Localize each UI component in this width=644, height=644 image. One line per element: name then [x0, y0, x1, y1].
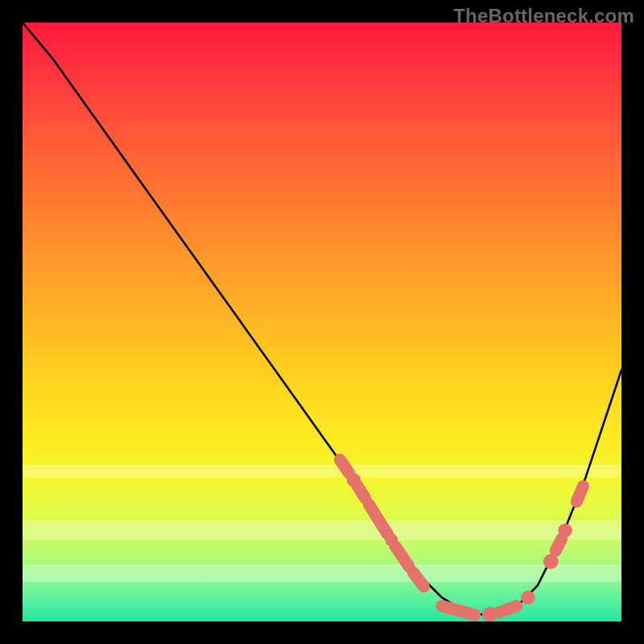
bottleneck-curve — [23, 23, 621, 616]
marker-dot — [521, 591, 535, 605]
marker-dot — [558, 523, 572, 537]
watermark-text: TheBottleneck.com — [453, 5, 634, 27]
marker-capsule — [395, 546, 409, 566]
plot-area — [23, 23, 621, 621]
marker-capsule — [340, 460, 349, 473]
marker-capsule — [555, 539, 561, 551]
marker-capsule — [357, 485, 365, 497]
marker-capsule — [499, 606, 517, 613]
chart-wrapper: TheBottleneck.com — [0, 0, 644, 644]
marker-capsule — [576, 486, 583, 502]
marker-capsule — [369, 504, 388, 535]
marker-capsule — [413, 572, 423, 587]
curve-svg — [23, 23, 621, 621]
marker-capsule — [442, 606, 475, 615]
